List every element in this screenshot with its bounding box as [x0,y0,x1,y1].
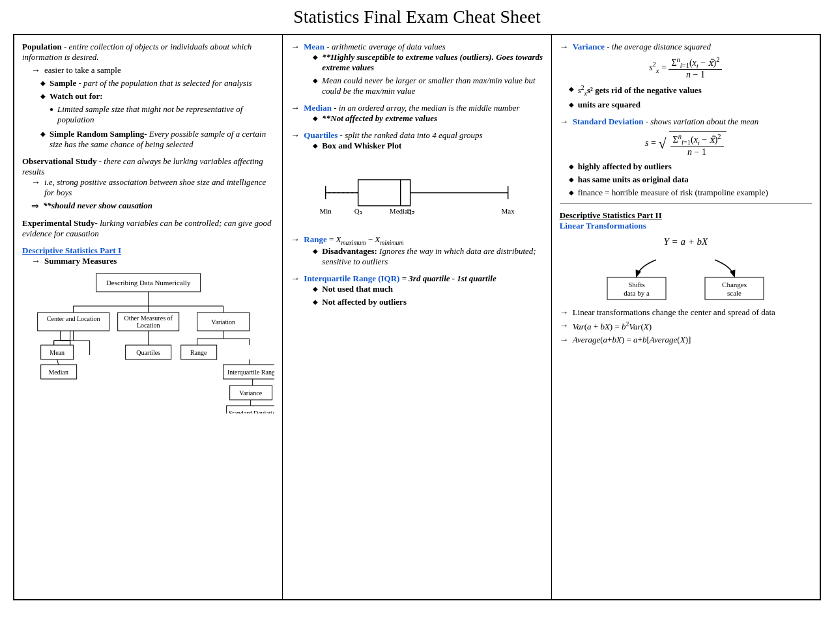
svg-text:Interquartile Range: Interquartile Range [227,369,274,376]
quartiles-def: split the ranked data into 4 equal group… [345,130,482,140]
median-b1: ◆ **Not affected by extreme values [313,113,519,124]
iqr-section: → Interquartile Range (IQR) = 3rd quarti… [291,273,543,310]
svg-text:Min: Min [320,207,332,215]
sd-b1: ◆ highly affected by outliers [569,161,812,172]
range-b1: ◆ Disadvantages: Ignores the way in whic… [313,246,543,267]
svg-text:Range: Range [190,349,207,356]
main-container: Population - entire collection of object… [13,34,821,600]
svg-text:Standard Deviation: Standard Deviation [229,410,274,413]
svg-text:Quartiles: Quartiles [136,349,160,356]
mean-section: → Mean - arithmetic average of data valu… [291,42,543,99]
sd-b3-text: finance = horrible measure of risk (tram… [578,188,768,198]
arrow-icon-2: → [31,177,40,188]
lt-title: Linear Transformations [560,221,646,231]
mean-b1-text: **Highly susceptible to extreme values (… [322,52,543,73]
svg-text:Changes: Changes [722,281,747,288]
variance-b1-text: s² gets rid of the negative values [587,86,702,96]
srs-item: ◆ Simple Random Sampling- Every possible… [40,129,274,150]
limited-item: ● Limited sample size that might not be … [50,104,274,125]
lt-b1: → Linear transformations change the cent… [560,307,812,318]
sample-item: ◆ Sample - part of the population that i… [40,78,274,89]
median-label: Median [304,103,332,113]
obs-label: Observational Study [22,156,97,166]
easier-item: → easier to take a sample [31,65,274,76]
diamond-icon-2: ◆ [40,92,46,100]
svg-text:data by a: data by a [624,289,650,297]
arrow-lt2: → [560,320,569,331]
diamond-mean-2: ◆ [313,77,318,84]
svg-rect-49 [358,180,410,206]
org-chart: Describing Data Numerically Center and L… [22,270,274,416]
desc2-title: Descriptive Statistics Part II [560,210,662,220]
diamond-sd-2: ◆ [569,176,574,183]
lt-diagram: Y = a + bX Shifts data by a Chang [560,236,812,302]
diamond-mean-1: ◆ [313,53,318,61]
arrow-icon-3: ⇒ [31,201,39,212]
lt-b2: → Var(a + bX) = b2Var(X) [560,320,812,332]
org-chart-svg: Describing Data Numerically Center and L… [22,270,274,413]
watchout-text: Watch out for: [50,91,103,102]
median-b1-text: **Not affected by extreme values [322,113,437,124]
lt-formula: Y = a + bX [663,236,708,247]
column-1: Population - entire collection of object… [14,35,283,599]
sd-b3: ◆ finance = horrible measure of risk (tr… [569,188,812,198]
srs-label: Simple Random Sampling- [50,129,147,139]
sd-section: → Standard Deviation - shows variation a… [560,117,812,127]
variance-section: → Variance - the average distance square… [560,42,812,52]
lt-b3: → Average(a+bX) = a+b[Average(X)] [560,335,812,345]
svg-text:Variance: Variance [239,389,263,397]
variance-b1: ◆ s2xs² gets rid of the negative values [569,84,812,97]
diamond-iqr-2: ◆ [313,298,318,305]
population-label: Population [22,42,62,51]
mean-b2-text: Mean could never be larger or smaller th… [322,76,543,96]
arrow-variance: → [560,42,569,52]
box-whisker-plot: Min Q₁ Median Q₃ Max [291,160,543,228]
quartiles-section: → Quartiles - split the ranked data into… [291,130,543,154]
arrow-icon: → [31,65,40,76]
sd-b2: ◆ has same units as original data [569,175,812,185]
quartiles-label: Quartiles [304,130,338,140]
diamond-icon: ◆ [40,79,46,87]
desc-link[interactable]: Descriptive Statistics Part I [22,245,121,255]
variance-label: Variance [573,42,605,51]
svg-text:Other Measures of: Other Measures of [124,315,173,322]
arrow-lt1: → [560,307,569,318]
iqr-b2: ◆ Not affected by outliers [313,297,496,307]
bwp-svg: Min Q₁ Median Q₃ Max [294,167,539,219]
obs-section: Observational Study - there can always b… [22,156,274,177]
diamond-var-1: ◆ [569,85,574,92]
desc-link-item[interactable]: Descriptive Statistics Part I [22,245,274,256]
diamond-sd-3: ◆ [569,189,574,196]
median-def: in an ordered array, the median is the m… [339,103,520,113]
diamond-q-1: ◆ [313,142,318,149]
median-section: → Median - in an ordered array, the medi… [291,103,543,126]
iqr-b1: ◆ Not used that much [313,284,496,294]
iqr-b2-text: Not affected by outliers [322,297,407,307]
obs-i1-item: → i.e, strong positive association betwe… [31,177,274,198]
exp-section: Experimental Study- lurking variables ca… [22,218,274,239]
svg-text:Median: Median [48,369,68,376]
arrow-sd: → [560,117,569,127]
sd-b1-text: highly affected by outliers [578,161,672,172]
sd-b2-text: has same units as original data [578,175,689,185]
exp-label: Experimental Study- [22,218,98,228]
column-2: → Mean - arithmetic average of data valu… [283,35,551,599]
obs-i2: **should never show causation [43,201,152,211]
summary-text: Summary Measures [44,256,117,266]
svg-line-28 [57,359,59,365]
diamond-range-1: ◆ [313,247,318,255]
range-b1-label: Disadvantages: [322,246,377,256]
svg-text:Center and Location: Center and Location [47,315,100,322]
svg-text:Max: Max [502,207,515,215]
sample-label: Sample [50,78,76,88]
iqr-b1-text: Not used that much [322,284,393,294]
lt-b1-text: Linear transformations change the center… [573,307,775,318]
range-label: Range [304,234,326,244]
diamond-median-1: ◆ [313,115,318,122]
mean-b2: ◆ Mean could never be larger or smaller … [313,76,543,96]
arrow-iqr: → [291,273,300,284]
svg-text:Q₃: Q₃ [407,207,414,215]
population-text: Population - entire collection of object… [22,42,274,63]
desc2-section: Descriptive Statistics Part II Linear Tr… [560,210,812,231]
summary-item: → Summary Measures [31,256,274,266]
